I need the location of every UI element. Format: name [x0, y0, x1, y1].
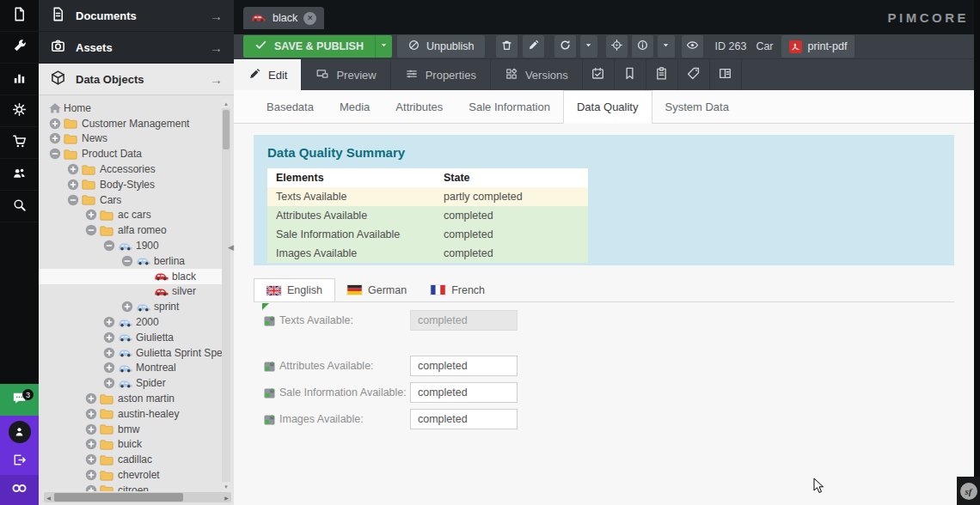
tree-item-product-data[interactable]: Product Data — [39, 146, 222, 161]
tree-item-2000[interactable]: 2000 — [39, 314, 222, 330]
tab-versions[interactable]: Versions — [491, 59, 583, 90]
tree-item-silver[interactable]: silver — [39, 284, 222, 300]
scrollbar-thumb[interactable] — [223, 110, 230, 149]
expand-toggle-icon[interactable] — [121, 301, 133, 313]
sidebar-collapse-handle[interactable]: ◀ — [228, 243, 234, 252]
tree-item-berlina[interactable]: berlina — [39, 253, 222, 269]
tree-item-home[interactable]: Home — [39, 100, 222, 116]
rail-reports-button[interactable] — [0, 64, 39, 95]
field-input-attributes-available[interactable] — [410, 356, 518, 376]
data-tab-sale-information[interactable]: Sale Information — [456, 90, 563, 123]
schedule-button[interactable] — [583, 59, 615, 90]
rail-customers-button[interactable] — [0, 159, 39, 191]
bookmark-button[interactable] — [615, 59, 646, 90]
data-tab-media[interactable]: Media — [327, 90, 383, 123]
unpublish-button[interactable]: Unpublish — [397, 35, 485, 58]
expand-toggle-icon[interactable] — [85, 484, 97, 491]
sidebar-panel-assets[interactable]: Assets → — [39, 32, 234, 64]
rail-tools-button[interactable] — [0, 32, 39, 64]
tree-item-austin-healey[interactable]: austin-healey — [39, 406, 222, 422]
expand-toggle-icon[interactable] — [85, 453, 97, 465]
expand-toggle-icon[interactable] — [103, 332, 115, 344]
tree-item-accessories[interactable]: Accessories — [39, 161, 222, 177]
info-caret-button[interactable] — [658, 35, 675, 58]
symfony-debug-toggle[interactable]: sf — [957, 477, 980, 505]
expand-toggle-icon[interactable] — [67, 163, 79, 175]
data-tab-data-quality[interactable]: Data Quality — [563, 90, 652, 124]
notes-button[interactable] — [646, 59, 678, 90]
tree-item-black[interactable]: black — [39, 269, 222, 284]
expand-toggle-icon[interactable] — [85, 408, 97, 420]
tree-item-citroen[interactable]: citroen — [39, 483, 222, 491]
language-tab-german[interactable]: German — [335, 278, 419, 301]
expand-toggle-icon[interactable] — [49, 118, 61, 130]
tree-item-cars[interactable]: Cars — [39, 192, 222, 208]
expand-toggle-icon[interactable] — [85, 469, 97, 481]
collapse-toggle-icon[interactable] — [103, 240, 115, 252]
reload-button[interactable] — [554, 35, 576, 58]
tab-preview[interactable]: Preview — [302, 59, 390, 90]
rail-chat-button[interactable]: 3 — [0, 384, 39, 416]
layout-button[interactable] — [710, 59, 742, 90]
rail-settings-button[interactable] — [0, 95, 39, 127]
tree-item-news[interactable]: News — [39, 131, 222, 147]
expand-toggle-icon[interactable] — [103, 377, 115, 389]
expand-toggle-icon[interactable] — [103, 362, 115, 374]
tree-item-chevrolet[interactable]: chevrolet — [39, 467, 222, 483]
scroll-left-arrow[interactable]: ◀ — [44, 492, 53, 502]
collapse-toggle-icon[interactable] — [85, 224, 97, 236]
tree-item-buick[interactable]: buick — [39, 437, 222, 453]
tree-item-1900[interactable]: 1900 — [39, 238, 222, 253]
sidebar-panel-data-objects[interactable]: Data Objects → — [39, 64, 234, 95]
save-options-caret-button[interactable] — [375, 35, 392, 58]
rail-user-button[interactable] — [0, 416, 39, 447]
field-input-texts-available[interactable] — [410, 310, 518, 331]
tree-vertical-scrollbar[interactable]: ▲ ▼ — [222, 99, 230, 491]
scrollbar-thumb[interactable] — [54, 493, 183, 502]
field-input-images-available[interactable] — [410, 409, 518, 429]
tree-item-gulietta-sprint-specia[interactable]: Gulietta Sprint Specia — [39, 345, 222, 361]
open-object-tab-black[interactable]: black ✕ — [243, 7, 324, 29]
rail-logout-button[interactable] — [0, 447, 39, 475]
tree-item-cadillac[interactable]: cadillac — [39, 452, 222, 467]
tree-item-aston-martin[interactable]: aston martin — [39, 391, 222, 406]
expand-toggle-icon[interactable] — [103, 347, 115, 359]
open-preview-button[interactable] — [682, 35, 703, 58]
collapse-toggle-icon[interactable] — [67, 194, 79, 206]
tree-item-montreal[interactable]: Montreal — [39, 361, 222, 376]
tag-button[interactable] — [678, 59, 710, 90]
locate-in-tree-button[interactable] — [606, 35, 628, 58]
expand-toggle-icon[interactable] — [85, 209, 97, 221]
tab-properties[interactable]: Properties — [391, 59, 491, 90]
field-input-sale-information-available[interactable] — [410, 382, 518, 403]
save-publish-button[interactable]: SAVE & PUBLISH — [243, 35, 375, 58]
expand-toggle-icon[interactable] — [103, 316, 115, 328]
tree-item-giulietta[interactable]: Giulietta — [39, 330, 222, 345]
rename-button[interactable] — [523, 35, 544, 58]
tree-item-ac-cars[interactable]: ac cars — [39, 208, 222, 223]
delete-button[interactable] — [496, 35, 518, 58]
rail-ecommerce-button[interactable] — [0, 127, 39, 159]
scroll-down-arrow[interactable]: ▼ — [222, 482, 230, 491]
expand-toggle-icon[interactable] — [49, 132, 61, 144]
expand-toggle-icon[interactable] — [85, 423, 97, 435]
expand-toggle-icon[interactable] — [85, 392, 97, 405]
tree-item-sprint[interactable]: sprint — [39, 299, 222, 314]
data-tab-attributes[interactable]: Attributes — [383, 90, 456, 123]
close-tab-icon[interactable]: ✕ — [303, 12, 316, 25]
collapse-toggle-icon[interactable] — [49, 148, 61, 160]
rail-documents-button[interactable] — [0, 0, 39, 32]
reload-options-caret-button[interactable] — [580, 35, 597, 58]
tree-item-bmw[interactable]: bmw — [39, 422, 222, 437]
language-tab-english[interactable]: English — [254, 278, 335, 301]
rail-pimcore-logo[interactable] — [0, 475, 39, 505]
language-tab-french[interactable]: French — [419, 278, 497, 301]
expand-toggle-icon[interactable] — [67, 179, 79, 191]
data-tab-system-data[interactable]: System Data — [652, 90, 742, 123]
tree-item-spider[interactable]: Spider — [39, 375, 222, 391]
sidebar-panel-documents[interactable]: Documents → — [39, 0, 234, 32]
info-button[interactable] — [632, 35, 653, 58]
print-pdf-button[interactable]: print-pdf — [781, 35, 855, 58]
tree-item-body-styles[interactable]: Body-Styles — [39, 177, 222, 192]
collapse-toggle-icon[interactable] — [121, 255, 133, 267]
